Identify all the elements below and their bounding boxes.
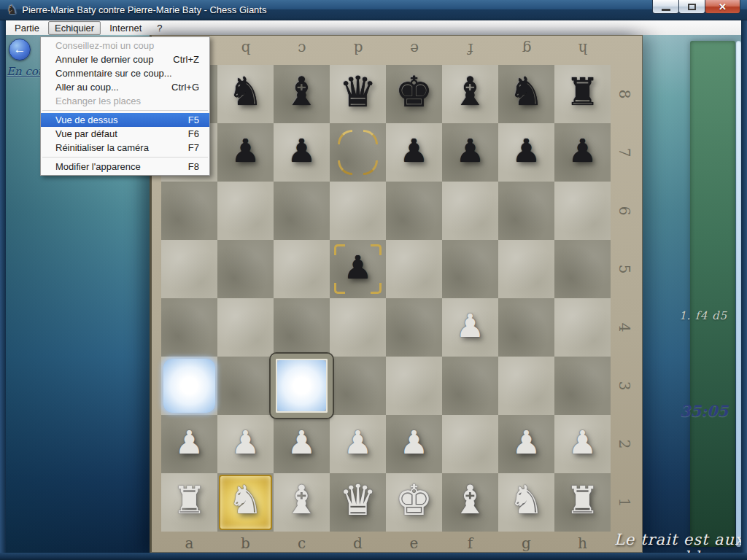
menu-option-1[interactable]: Annuler le dernier coupCtrl+Z bbox=[41, 52, 209, 66]
moves-scrollbar[interactable] bbox=[736, 41, 741, 547]
file-label-top-e: e bbox=[410, 42, 419, 56]
menu-item-0[interactable]: Partie bbox=[8, 21, 46, 35]
square-h3[interactable] bbox=[554, 357, 611, 415]
piece-white-rook-a1[interactable]: ♜ bbox=[172, 481, 206, 519]
piece-white-rook-h1[interactable]: ♜ bbox=[565, 481, 600, 519]
rank-label-2: 2 bbox=[617, 440, 632, 449]
square-f5[interactable] bbox=[442, 240, 498, 298]
piece-black-bishop-f8[interactable]: ♝ bbox=[452, 72, 487, 112]
close-button[interactable]: ✕ bbox=[705, 0, 740, 14]
window-controls: ✕ bbox=[653, 0, 740, 14]
piece-white-queen-d1[interactable]: ♛ bbox=[339, 479, 377, 521]
piece-white-pawn-b2[interactable]: ♟ bbox=[231, 427, 260, 459]
square-c4[interactable] bbox=[274, 298, 330, 357]
piece-black-pawn-c7[interactable]: ♟ bbox=[287, 135, 316, 167]
piece-white-knight-b1[interactable]: ♞ bbox=[228, 481, 263, 520]
piece-white-pawn-h2[interactable]: ♟ bbox=[568, 427, 597, 459]
menu-option-7[interactable]: Vue par défautF6 bbox=[41, 127, 209, 141]
menu-option-shortcut: Ctrl+Z bbox=[173, 54, 199, 65]
menu-separator bbox=[42, 110, 208, 111]
square-c5[interactable] bbox=[274, 240, 330, 298]
square-a5[interactable] bbox=[161, 240, 217, 298]
window-border-right bbox=[741, 20, 747, 560]
piece-black-knight-b8[interactable]: ♞ bbox=[228, 72, 263, 112]
piece-black-pawn-f7[interactable]: ♟ bbox=[456, 135, 484, 167]
menu-option-label: Réinitialiser la caméra bbox=[55, 142, 149, 153]
title-bar[interactable]: ♞ Pierre-Marie Baty contre Pierre-Marie … bbox=[0, 0, 747, 20]
piece-white-pawn-f4[interactable]: ♟ bbox=[456, 310, 484, 342]
piece-white-pawn-e2[interactable]: ♟ bbox=[400, 427, 428, 459]
piece-black-bishop-c8[interactable]: ♝ bbox=[284, 72, 319, 112]
file-label-top-b: b bbox=[241, 42, 250, 56]
square-c6[interactable] bbox=[274, 182, 330, 240]
square-a4[interactable] bbox=[161, 298, 217, 357]
back-button-label: En cou bbox=[7, 65, 44, 78]
gold-claw-marker bbox=[363, 130, 378, 144]
piece-white-knight-g1[interactable]: ♞ bbox=[508, 481, 543, 520]
menu-item-1[interactable]: Echiquier bbox=[48, 21, 101, 35]
menu-option-0[interactable]: Conseillez-moi un coup bbox=[41, 39, 209, 52]
piece-black-pawn-e7[interactable]: ♟ bbox=[400, 135, 428, 167]
menu-option-10[interactable]: Modifier l'apparenceF8 bbox=[41, 160, 209, 174]
rank-label-5: 5 bbox=[617, 265, 632, 274]
square-g3[interactable] bbox=[498, 357, 554, 415]
highlight-move-glow-a3[interactable] bbox=[161, 357, 217, 415]
square-g5[interactable] bbox=[498, 240, 554, 298]
chess-board[interactable]: aabbccddeeffgghh12345678♜♞♝♛♚♝♞♜♟♟♟♟♟♟♟♟… bbox=[150, 35, 643, 553]
piece-white-pawn-d2[interactable]: ♟ bbox=[344, 427, 372, 459]
back-button[interactable]: ← bbox=[9, 39, 31, 61]
menu-item-2[interactable]: Internet bbox=[103, 21, 148, 35]
square-b6[interactable] bbox=[217, 182, 274, 240]
piece-black-pawn-h7[interactable]: ♟ bbox=[568, 135, 597, 167]
square-g6[interactable] bbox=[498, 182, 554, 240]
piece-white-bishop-f1[interactable]: ♝ bbox=[452, 481, 487, 520]
square-b4[interactable] bbox=[217, 298, 274, 357]
highlight-move-glow-framed-c3[interactable] bbox=[274, 357, 330, 415]
maximize-button[interactable] bbox=[678, 0, 705, 14]
square-f6[interactable] bbox=[442, 182, 498, 240]
square-f3[interactable] bbox=[442, 357, 498, 415]
square-f2[interactable] bbox=[442, 415, 498, 473]
highlight-last-move-claws-d7[interactable] bbox=[330, 123, 386, 182]
menu-option-4[interactable]: Echanger les places bbox=[41, 94, 209, 108]
piece-white-pawn-a2[interactable]: ♟ bbox=[175, 427, 204, 459]
square-d3[interactable] bbox=[330, 357, 386, 415]
square-e4[interactable] bbox=[386, 298, 442, 357]
square-b3[interactable] bbox=[217, 357, 274, 415]
menu-option-8[interactable]: Réinitialiser la caméraF7 bbox=[41, 141, 209, 155]
square-h4[interactable] bbox=[554, 298, 611, 357]
menu-item-3[interactable]: ? bbox=[150, 21, 169, 35]
piece-white-king-e1[interactable]: ♚ bbox=[395, 479, 433, 521]
square-h6[interactable] bbox=[554, 182, 611, 240]
close-icon: ✕ bbox=[719, 1, 727, 12]
piece-white-pawn-g2[interactable]: ♟ bbox=[512, 427, 541, 459]
piece-white-pawn-c2[interactable]: ♟ bbox=[287, 427, 316, 459]
square-e5[interactable] bbox=[386, 240, 442, 298]
menu-option-6[interactable]: Vue de dessusF5 bbox=[41, 113, 209, 127]
square-d4[interactable] bbox=[330, 298, 386, 357]
file-label-top-c: c bbox=[298, 42, 306, 56]
piece-black-pawn-b7[interactable]: ♟ bbox=[231, 135, 260, 167]
square-b5[interactable] bbox=[217, 240, 274, 298]
file-label-top-f: f bbox=[468, 42, 473, 56]
back-arrow-icon: ← bbox=[14, 42, 26, 57]
piece-black-queen-d8[interactable]: ♛ bbox=[339, 71, 377, 113]
square-g4[interactable] bbox=[498, 298, 554, 357]
piece-black-pawn-d5[interactable]: ♟ bbox=[344, 252, 372, 284]
piece-black-king-e8[interactable]: ♚ bbox=[395, 71, 433, 113]
menu-option-label: Modifier l'apparence bbox=[55, 161, 141, 172]
piece-black-pawn-g7[interactable]: ♟ bbox=[512, 135, 541, 167]
file-label-bottom-f: f bbox=[468, 536, 473, 551]
menu-option-2[interactable]: Commentaire sur ce coup... bbox=[41, 66, 209, 80]
piece-black-rook-h8[interactable]: ♜ bbox=[565, 73, 600, 111]
piece-black-knight-g8[interactable]: ♞ bbox=[508, 72, 543, 112]
menu-option-3[interactable]: Aller au coup...Ctrl+G bbox=[41, 80, 209, 94]
square-e6[interactable] bbox=[386, 182, 442, 240]
file-label-top-d: d bbox=[353, 42, 363, 56]
square-e3[interactable] bbox=[386, 357, 442, 415]
minimize-button[interactable] bbox=[652, 0, 679, 14]
piece-white-bishop-c1[interactable]: ♝ bbox=[284, 481, 319, 520]
square-a6[interactable] bbox=[161, 182, 217, 240]
square-h5[interactable] bbox=[554, 240, 611, 298]
square-d6[interactable] bbox=[330, 182, 386, 240]
